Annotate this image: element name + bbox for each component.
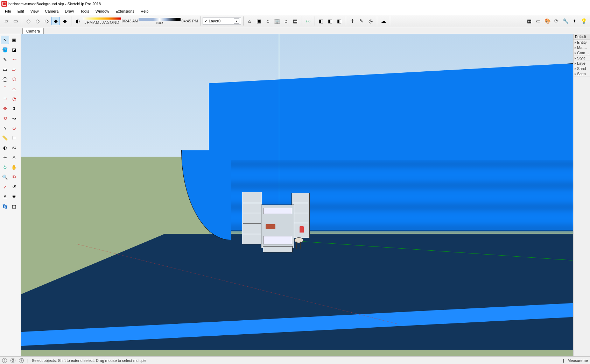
polygon-tool[interactable]: ⬡ xyxy=(10,75,18,83)
make-component-tool[interactable]: ▣ xyxy=(10,36,18,44)
component-button[interactable]: ▣ xyxy=(255,17,263,25)
house-small-button[interactable]: ⌂ xyxy=(282,17,290,25)
separator xyxy=(200,16,201,26)
credit-icon[interactable]: ⓘ xyxy=(19,358,24,363)
help-icon[interactable]: ? xyxy=(2,358,7,363)
screen-button[interactable]: ▭ xyxy=(534,17,542,25)
position-camera-tool[interactable]: ᐃ xyxy=(1,192,9,201)
menu-tools[interactable]: Tools xyxy=(77,8,92,14)
style-mono-button[interactable]: ◆ xyxy=(61,17,69,25)
model-info-button[interactable]: ⌂ xyxy=(246,17,254,25)
arc-tool[interactable]: ⌒ xyxy=(1,85,9,93)
menu-window[interactable]: Window xyxy=(93,8,112,14)
offset-tool[interactable]: ⊙ xyxy=(10,124,18,132)
layer-dropdown[interactable]: ✓ Layer0 ▾ xyxy=(203,17,241,25)
three-point-arc-tool[interactable]: ⊃ xyxy=(1,94,9,103)
3d-text-tool[interactable]: A xyxy=(10,153,18,162)
style-hidden-button[interactable]: ◇ xyxy=(42,17,51,25)
separator xyxy=(302,16,302,26)
rotate-button[interactable]: ⟳ xyxy=(552,17,561,25)
tray-panel-components[interactable]: ▶Com… xyxy=(574,50,590,56)
box-orange-button[interactable]: ◧ xyxy=(326,17,335,25)
status-divider: | xyxy=(563,358,564,363)
tray-panel-styles[interactable]: ▶Style xyxy=(574,56,590,61)
palette-button[interactable]: 🎨 xyxy=(543,17,552,25)
month-slider[interactable]: JFMAMJJASOND xyxy=(83,17,121,24)
two-point-arc-tool[interactable]: ⌓ xyxy=(10,85,18,93)
title-bar: bedroom-curvedBackground.skp - SketchUp … xyxy=(0,0,590,8)
style-shaded-button[interactable]: ◇ xyxy=(24,17,33,25)
style-shaded-tex-button[interactable]: ◆ xyxy=(51,17,60,25)
freehand-tool[interactable]: 〰 xyxy=(10,55,18,64)
tray-panel-entity[interactable]: ▶Entity xyxy=(574,40,590,45)
line-tool[interactable]: ✎ xyxy=(1,55,9,64)
dimension-tool[interactable]: ⊢ xyxy=(10,134,18,142)
menu-help[interactable]: Help xyxy=(138,8,152,14)
orbit-tool[interactable]: ⥁ xyxy=(1,163,9,171)
house-button[interactable]: ⌂ xyxy=(264,17,272,25)
layer-selected: Layer0 xyxy=(209,19,221,23)
scale-tool[interactable]: ⤡ xyxy=(1,124,9,132)
wrench-button[interactable]: 🔧 xyxy=(561,17,570,25)
shadow-toggle-button[interactable]: ◐ xyxy=(73,17,82,25)
under-drawer xyxy=(263,246,293,252)
circle-tool[interactable]: ◯ xyxy=(1,75,9,83)
time-slider[interactable]: Noon xyxy=(139,18,181,24)
tray-panel-layers[interactable]: ▶Laye xyxy=(574,61,590,66)
compass-button[interactable]: ✛ xyxy=(348,17,357,25)
zoom-tool[interactable]: 🔍 xyxy=(1,173,9,181)
cloud-button[interactable]: ☁ xyxy=(379,17,388,25)
tray-panel-scenes[interactable]: ▶Scen xyxy=(574,71,590,77)
follow-me-tool[interactable]: ↝ xyxy=(10,114,18,122)
separator xyxy=(71,16,71,26)
bulb-button[interactable]: 💡 xyxy=(580,17,588,25)
chevron-down-icon[interactable]: ▾ xyxy=(234,18,239,24)
geo-icon[interactable]: ✪ xyxy=(10,358,15,363)
protractor-tool[interactable]: ◐ xyxy=(1,143,9,152)
rectangle-tool[interactable]: ▭ xyxy=(1,65,9,73)
new-model-button[interactable]: ▱ xyxy=(2,17,10,25)
section-plane-tool[interactable]: ◫ xyxy=(10,202,18,210)
scalpel-button[interactable]: ✎ xyxy=(357,17,366,25)
building-alt-button[interactable]: ▤ xyxy=(291,17,300,25)
pan-tool[interactable]: ✋ xyxy=(10,163,18,171)
menu-extensions[interactable]: Extensions xyxy=(113,8,137,14)
clock-button[interactable]: ◷ xyxy=(366,17,375,25)
style-wire-button[interactable]: ◇ xyxy=(33,17,42,25)
rotate-tool[interactable]: ⟲ xyxy=(1,114,9,122)
terrain-button[interactable]: ▦ xyxy=(525,17,533,25)
status-bar: ? ✪ ⓘ | Select objects. Shift to extend … xyxy=(0,356,590,364)
pie-tool[interactable]: ◔ xyxy=(10,94,18,103)
previous-view-tool[interactable]: ↺ xyxy=(10,183,18,191)
box-green-button[interactable]: ◧ xyxy=(335,17,344,25)
open-model-button[interactable]: ▭ xyxy=(11,17,20,25)
tape-measure-tool[interactable]: 📏 xyxy=(1,134,9,142)
box-yellow-button[interactable]: ◧ xyxy=(317,17,325,25)
zoom-window-tool[interactable]: ⧉ xyxy=(10,173,18,181)
zoom-extents-tool[interactable]: ⤢ xyxy=(1,183,9,191)
text-tool[interactable]: A1 xyxy=(10,143,18,152)
menu-camera[interactable]: Camera xyxy=(42,8,61,14)
tray-header[interactable]: Default xyxy=(574,34,590,40)
menu-file[interactable]: File xyxy=(2,8,14,14)
eraser-tool[interactable]: ◪ xyxy=(10,45,18,54)
select-tool[interactable]: ↖ xyxy=(1,36,9,44)
scene-tab-camera[interactable]: Camera xyxy=(22,28,44,34)
tray-panel-shadows[interactable]: ▶Shad xyxy=(574,66,590,71)
move-tool[interactable]: ✥ xyxy=(1,104,9,113)
rotated-rectangle-tool[interactable]: ▱ xyxy=(10,65,18,73)
viewport[interactable] xyxy=(21,34,573,356)
push-pull-tool[interactable]: ⇕ xyxy=(10,104,18,113)
building-button[interactable]: 🏢 xyxy=(273,17,281,25)
axes-tool[interactable]: ✳ xyxy=(1,153,9,162)
paint-bucket-tool[interactable]: 🪣 xyxy=(1,45,9,54)
menu-draw[interactable]: Draw xyxy=(62,8,77,14)
tray-panel-materials[interactable]: ▶Mat… xyxy=(574,45,590,50)
walk-tool[interactable]: 👣 xyxy=(1,202,9,210)
menu-view[interactable]: View xyxy=(28,8,42,14)
fredo6-button[interactable]: F6 xyxy=(304,17,312,25)
star-button[interactable]: ✦ xyxy=(570,17,579,25)
left-toolbar: ↖ ▣ 🪣 ◪ ✎ 〰 ▭ ▱ ◯ ⬡ ⌒ ⌓ ⊃ ◔ ✥ ⇕ ⟲ ↝ ⤡ ⊙ … xyxy=(0,34,21,356)
menu-edit[interactable]: Edit xyxy=(15,8,27,14)
look-around-tool[interactable]: 👁 xyxy=(10,192,18,201)
